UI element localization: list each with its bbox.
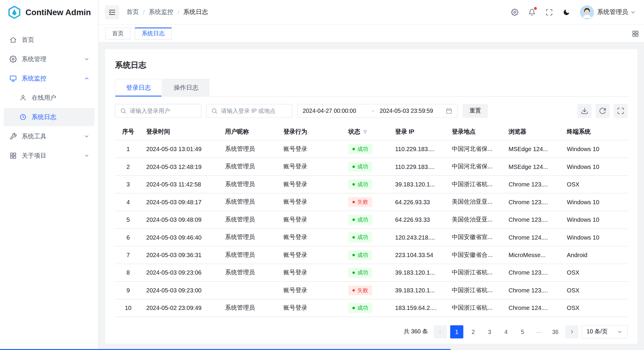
cell-location: 中国河北省保... [447,158,504,175]
settings-button[interactable] [508,5,522,19]
cell-login-time: 2024-05-02 23:09:49 [141,299,220,316]
col-header-os: 终端系统 [562,123,627,140]
pager-pages: 12345···36 [450,325,562,338]
table-fullscreen-button[interactable] [614,104,628,118]
prev-page-button[interactable] [434,325,447,338]
tool-icon [10,133,17,140]
chevron-down-icon [84,56,89,62]
cell-ip: 64.226.93.33 [390,193,447,210]
cell-behavior: 账号登录 [279,264,344,281]
expand-icon [617,107,624,115]
app-logo-icon [7,5,21,19]
cell-nickname: 系统管理员 [220,299,279,316]
cell-status: 成功 [344,175,390,193]
page-button[interactable]: 36 [549,325,562,338]
status-dot-icon [352,236,355,238]
sidebar-item-system-mgmt[interactable]: 系统管理 [4,50,94,68]
chevron-up-icon [84,76,89,81]
breadcrumb: 首页 / 系统监控 / 系统日志 [126,8,208,16]
next-page-button[interactable] [565,325,578,338]
login-user-search[interactable] [115,104,201,118]
sidebar-item-label: 系统管理 [22,55,79,63]
page-button[interactable]: 2 [467,325,480,338]
cell-behavior: 账号登录 [279,140,344,158]
cell-os: Windows 10 [562,228,627,246]
cell-location: 中国浙江省杭... [447,281,504,299]
avatar-image [580,5,594,19]
sidebar-item-label: 系统日志 [32,113,91,121]
cell-status: 失败 [344,281,390,299]
cell-login-time: 2024-05-03 13:01:49 [141,140,220,158]
sidebar-item-system-logs[interactable]: 系统日志 [4,108,94,126]
page-button[interactable]: 4 [499,325,512,338]
menu-fold-icon [108,8,116,16]
sidebar-item-online-users[interactable]: 在线用户 [4,89,94,107]
breadcrumb-separator: / [178,9,179,16]
cell-status: 成功 [344,158,390,175]
cell-index: 6 [115,228,141,246]
page-ellipsis: ··· [532,325,545,338]
tab-login-log[interactable]: 登录日志 [115,79,162,96]
page-button[interactable]: 1 [450,325,463,338]
cell-status: 成功 [344,228,390,246]
cell-ip: 39.183.120.1... [390,175,447,193]
status-label: 成功 [357,270,368,275]
sidebar-item-system-tools[interactable]: 系统工具 [4,127,94,145]
page-button[interactable]: 3 [483,325,496,338]
user-avatar[interactable] [580,5,594,19]
col-header-ip: 登录 IP [390,123,447,140]
table-row: 42024-05-03 09:48:17系统管理员账号登录失败64.226.93… [115,193,627,210]
collapse-menu-button[interactable] [105,5,119,19]
login-ip-search[interactable] [206,104,292,118]
col-header-location: 登录地点 [447,123,504,140]
table-row: 92024-05-03 09:23:00账号登录失败39.183.120.1..… [115,281,627,299]
breadcrumb-home[interactable]: 首页 [126,8,139,16]
status-dot-icon [352,165,355,168]
status-label: 成功 [357,146,368,151]
page-tab-home[interactable]: 首页 [105,27,131,40]
page-tab-system-logs[interactable]: 系统日志 [135,27,172,40]
sidebar-item-about[interactable]: 关于项目 [4,147,94,165]
sidebar-item-system-monitor[interactable]: 系统监控 [4,69,94,88]
table-row: 22024-05-03 12:48:19系统管理员账号登录成功110.229.1… [115,158,627,175]
refresh-button[interactable] [596,104,610,118]
top-header: 首页 / 系统监控 / 系统日志 [99,0,644,25]
status-dot-icon [352,307,355,309]
fullscreen-button[interactable] [542,5,556,19]
date-range-picker[interactable]: 2024-04-27 00:00:00 - 2024-05-03 23:59:5… [298,104,458,118]
cell-location: 中国浙江省杭... [447,299,504,316]
user-menu[interactable]: 系统管理员 [597,8,637,16]
cell-browser: Chrome 123.... [504,281,562,299]
breadcrumb-separator: / [143,9,145,16]
cell-nickname: 系统管理员 [220,193,279,210]
cell-login-time: 2024-05-03 09:48:09 [141,211,220,228]
col-header-nickname: 用户昵称 [220,123,279,140]
dark-mode-button[interactable] [559,5,573,19]
breadcrumb-monitor[interactable]: 系统监控 [149,8,173,16]
tab-list-button[interactable] [632,30,639,37]
tab-operation-log[interactable]: 操作日志 [163,79,210,96]
cell-location: 中国河北省保... [447,140,504,158]
page-size-select[interactable]: 10 条/页 [582,325,628,338]
login-user-search-input[interactable] [130,107,196,114]
page-button[interactable]: 5 [516,325,529,338]
chevron-right-icon [569,329,575,334]
status-badge: 失败 [348,285,372,295]
date-end: 2024-05-03 23:59:59 [380,107,443,114]
export-button[interactable] [577,104,591,118]
download-icon [581,107,588,115]
main-column: 首页 / 系统监控 / 系统日志 [99,0,644,350]
cell-behavior: 账号登录 [279,158,344,175]
notifications-button[interactable] [525,5,539,19]
monitor-icon [10,75,17,82]
sidebar-item-label: 关于项目 [22,152,79,159]
cell-os: Windows 10 [562,140,627,158]
user-name: 系统管理员 [597,8,628,16]
reset-button[interactable]: 重置 [463,104,488,118]
sidebar-item-label: 系统监控 [22,75,79,82]
filter-icon[interactable] [363,129,368,134]
sidebar-item-home[interactable]: 首页 [4,31,94,49]
sidebar: ContiNew Admin 首页 系统管理 系统监控 在线用户 [0,0,99,350]
cell-ip: 39.183.120.1... [390,281,447,299]
login-ip-search-input[interactable] [221,107,287,114]
